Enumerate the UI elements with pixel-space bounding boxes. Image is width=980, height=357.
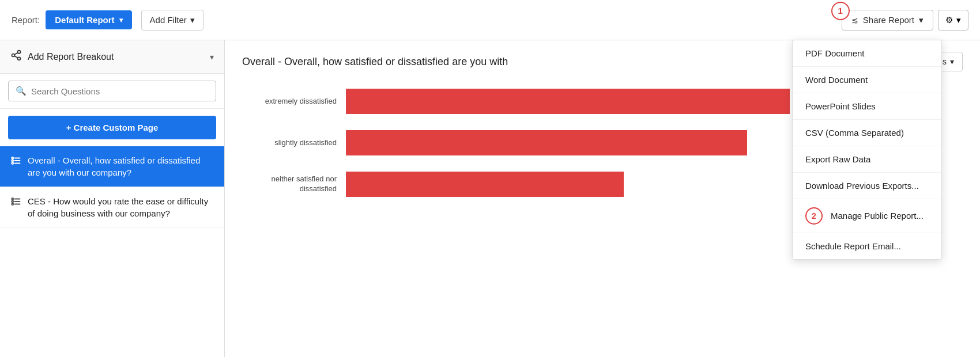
svg-point-7: [12, 160, 13, 162]
sidebar-item-ces[interactable]: CES - How would you rate the ease or dif…: [0, 187, 224, 228]
svg-point-13: [12, 201, 13, 203]
breakout-label: Add Report Breakout: [28, 52, 210, 62]
dropdown-item-csv[interactable]: CSV (Comma Separated): [793, 120, 941, 146]
add-filter-chevron: ▾: [190, 15, 195, 25]
create-custom-label: + Create Custom Page: [66, 123, 159, 132]
default-report-label: Default Report: [55, 15, 114, 25]
search-input-wrap: 🔍: [8, 81, 216, 101]
dropdown-item-manage-public[interactable]: 2 Manage Public Report...: [793, 199, 941, 233]
search-icon: 🔍: [16, 86, 27, 96]
bar-fill-1: [346, 89, 790, 114]
dropdown-item-download-prev[interactable]: Download Previous Exports...: [793, 173, 941, 199]
add-filter-label: Add Filter: [150, 15, 187, 25]
sidebar-item-overall[interactable]: Overall - Overall, how satisfied or diss…: [0, 146, 224, 187]
sidebar-item-icon-1: [10, 155, 21, 168]
default-report-chevron: ▾: [119, 16, 123, 24]
share-icon: ≲: [851, 16, 858, 25]
bar-fill-2: [346, 130, 747, 155]
dropdown-item-word[interactable]: Word Document: [793, 67, 941, 93]
sidebar-item-text-1: Overall - Overall, how satisfied or diss…: [28, 154, 214, 178]
share-report-button[interactable]: ≲ Share Report ▾: [842, 10, 933, 31]
search-input[interactable]: [31, 86, 209, 96]
dropdown-item-powerpoint[interactable]: PowerPoint Slides: [793, 93, 941, 120]
default-report-button[interactable]: Default Report ▾: [46, 10, 131, 29]
csv-label: CSV (Comma Separated): [805, 128, 904, 138]
header: Report: Default Report ▾ Add Filter ▾ 1 …: [0, 0, 980, 40]
export-raw-label: Export Raw Data: [805, 154, 870, 164]
share-badge-1: 1: [831, 2, 850, 20]
share-report-label: Share Report: [863, 15, 914, 25]
dropdown-item-schedule[interactable]: Schedule Report Email...: [793, 233, 941, 259]
gear-settings-button[interactable]: ⚙ ▾: [938, 10, 968, 31]
sidebar-item-text-2: CES - How would you rate the ease or dif…: [28, 195, 214, 219]
breakout-icon: [10, 50, 22, 64]
add-filter-button[interactable]: Add Filter ▾: [141, 10, 203, 31]
svg-line-4: [14, 52, 18, 54]
dropdown-item-export-raw[interactable]: Export Raw Data: [793, 146, 941, 173]
report-label: Report:: [12, 15, 40, 25]
manage-public-label: Manage Public Report...: [831, 211, 924, 221]
gear-icon: ⚙: [945, 15, 953, 25]
svg-point-9: [12, 162, 13, 164]
sidebar: Add Report Breakout ▾ 🔍 + Create Custom …: [0, 40, 225, 357]
share-report-chevron: ▾: [919, 15, 924, 25]
add-report-breakout-button[interactable]: Add Report Breakout ▾: [0, 40, 224, 74]
download-prev-label: Download Previous Exports...: [805, 181, 919, 191]
dropdown-item-pdf[interactable]: PDF Document: [793, 40, 941, 67]
options-chevron: ▾: [950, 57, 954, 66]
sidebar-item-icon-2: [10, 196, 21, 209]
word-label: Word Document: [805, 75, 868, 85]
bar-fill-3: [346, 172, 624, 197]
bar-label-3: neither satisfied nordissatisfied: [242, 174, 346, 194]
share-dropdown-menu: PDF Document Word Document PowerPoint Sl…: [792, 40, 942, 260]
bar-label-1: extremely dissatisfied: [242, 97, 346, 107]
svg-point-11: [12, 198, 13, 200]
powerpoint-label: PowerPoint Slides: [805, 101, 876, 111]
svg-point-5: [12, 157, 13, 159]
bar-label-2: slightly dissatisfied: [242, 138, 346, 148]
manage-public-badge: 2: [805, 207, 823, 225]
svg-line-3: [14, 56, 18, 58]
pdf-label: PDF Document: [805, 48, 865, 58]
gear-chevron: ▾: [956, 15, 961, 25]
create-custom-page-button[interactable]: + Create Custom Page: [8, 116, 216, 139]
content-title: Overall - Overall, how satisfied or diss…: [242, 56, 508, 68]
header-right: 1 ≲ Share Report ▾ ⚙ ▾ PDF Document Word…: [842, 10, 968, 31]
breakout-chevron: ▾: [210, 52, 214, 62]
svg-point-15: [12, 203, 13, 205]
schedule-label: Schedule Report Email...: [805, 241, 901, 251]
search-container: 🔍: [0, 74, 224, 109]
